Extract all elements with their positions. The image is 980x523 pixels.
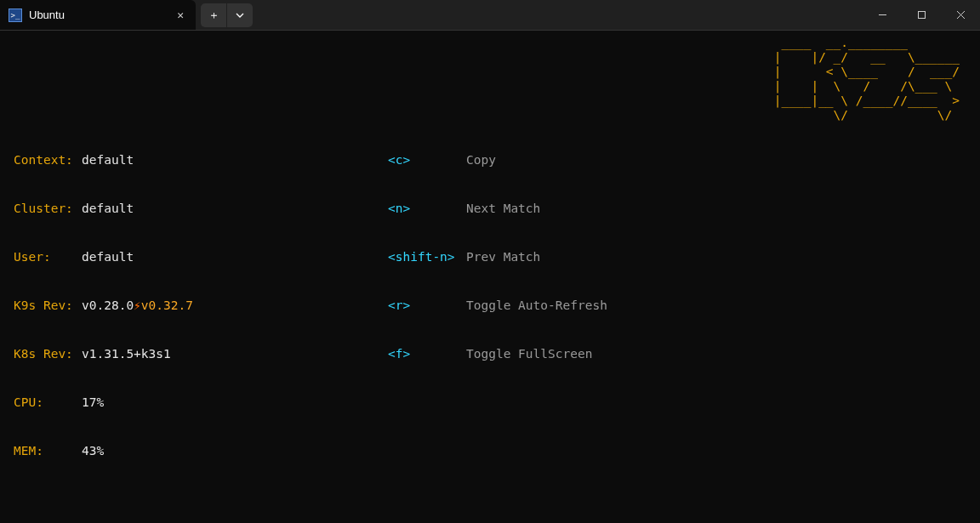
cluster-value: default <box>82 201 134 217</box>
shortcut-f-desc: Toggle FullScreen <box>466 346 592 362</box>
k9s-rev-label: K9s Rev: <box>14 298 82 314</box>
k9s-ascii-logo: ____ __.________ | |/ _/ __ \______ | < … <box>774 36 960 122</box>
tab-dropdown-button[interactable] <box>227 3 253 27</box>
terminal-area[interactable]: ____ __.________ | |/ _/ __ \______ | < … <box>0 31 980 523</box>
bolt-icon: ⚡ <box>134 298 141 314</box>
mem-label: MEM: <box>14 443 82 459</box>
k8s-rev-value: v1.31.5+k3s1 <box>82 346 171 362</box>
context-value: default <box>82 152 134 168</box>
window-controls <box>863 0 980 30</box>
context-label: Context: <box>14 152 82 168</box>
tab-ubuntu[interactable]: >_ Ubuntu ✕ <box>0 0 196 30</box>
cluster-label: Cluster: <box>14 201 82 217</box>
shortcut-n-desc: Next Match <box>466 201 540 217</box>
shortcut-f-key: <f> <box>388 346 466 362</box>
shortcut-shiftn-desc: Prev Match <box>466 249 540 265</box>
cpu-value: 17% <box>82 395 104 411</box>
shortcut-n-key: <n> <box>388 201 466 217</box>
k9s-rev-value: v0.28.0 <box>82 298 134 314</box>
close-tab-icon[interactable]: ✕ <box>177 9 184 21</box>
minimize-button[interactable] <box>863 0 902 31</box>
header-info: Context:default Cluster:default User:def… <box>14 120 966 492</box>
tab-title: Ubuntu <box>29 9 65 21</box>
maximize-button[interactable] <box>902 0 941 31</box>
titlebar: >_ Ubuntu ✕ ＋ <box>0 0 980 31</box>
mem-value: 43% <box>82 443 104 459</box>
shortcut-r-key: <r> <box>388 298 466 314</box>
new-tab-button[interactable]: ＋ <box>201 3 226 27</box>
close-window-button[interactable] <box>941 0 980 31</box>
svg-rect-1 <box>918 12 925 19</box>
user-value: default <box>82 249 134 265</box>
powershell-icon: >_ <box>9 9 22 22</box>
shortcut-r-desc: Toggle Auto-Refresh <box>466 298 607 314</box>
user-label: User: <box>14 249 82 265</box>
shortcut-c-desc: Copy <box>466 152 496 168</box>
k8s-rev-label: K8s Rev: <box>14 346 82 362</box>
cpu-label: CPU: <box>14 395 82 411</box>
k9s-rev-update: v0.32.7 <box>141 298 193 314</box>
shortcut-c-key: <c> <box>388 152 466 168</box>
shortcut-shiftn-key: <shift-n> <box>388 249 466 265</box>
new-tab-group: ＋ <box>196 0 258 30</box>
